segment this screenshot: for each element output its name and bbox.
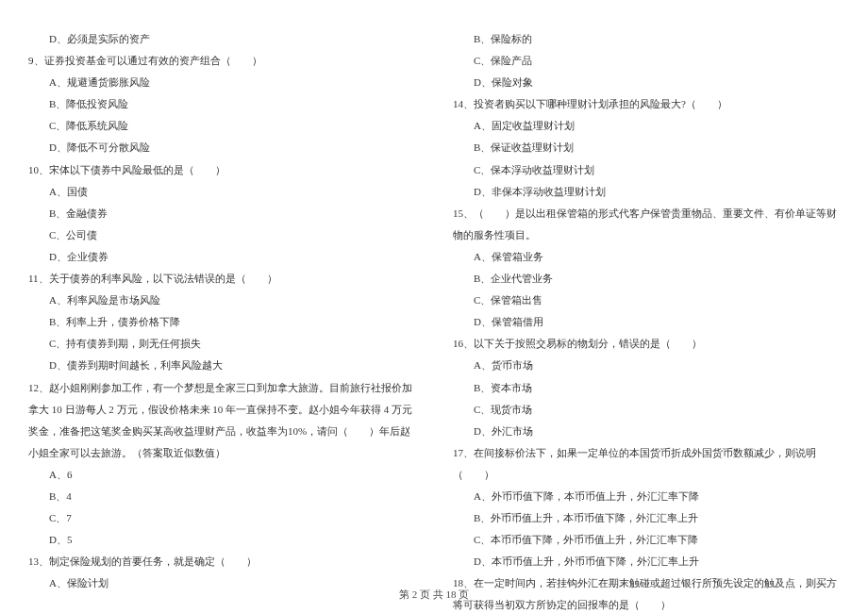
q10-option-d: D、企业债券 [28,246,415,268]
q11-option-a: A、利率风险是市场风险 [28,290,415,311]
q13-option-c: C、保险产品 [453,50,840,72]
q9-stem: 9、证券投资基金可以通过有效的资产组合（ ） [28,50,415,72]
q17-option-c: C、本币币值下降，外币币值上升，外汇汇率下降 [453,529,840,551]
q17-option-b: B、外币币值上升，本币币值下降，外汇汇率上升 [453,507,840,529]
page-footer: 第 2 页 共 18 页 [0,588,868,602]
q14-option-a: A、固定收益理财计划 [453,115,840,137]
q12-option-b: B、4 [28,486,415,507]
q15-option-a: A、保管箱业务 [453,246,840,268]
q15-option-b: B、企业代管业务 [453,268,840,290]
q15-stem: 15、（ ）是以出租保管箱的形式代客户保管贵重物品、重要文件、有价单证等财物的服… [453,203,840,246]
q12-option-a: A、6 [28,464,415,486]
q12-option-d: D、5 [28,529,415,551]
q9-option-a: A、规避通货膨胀风险 [28,72,415,93]
q17-option-d: D、本币币值上升，外币币值下降，外汇汇率上升 [453,551,840,572]
q14-stem: 14、投资者购买以下哪种理财计划承担的风险最大?（ ） [453,93,840,115]
q11-option-d: D、债券到期时间越长，利率风险越大 [28,355,415,376]
q10-stem: 10、宋体以下债券中风险最低的是（ ） [28,159,415,181]
q10-option-a: A、国债 [28,181,415,203]
q14-option-b: B、保证收益理财计划 [453,137,840,158]
q17-stem: 17、在间接标价法下，如果一定单位的本国货币折成外国货币数额减少，则说明（ ） [453,442,840,486]
q9-option-d: D、降低不可分散风险 [28,137,415,158]
q16-option-d: D、外汇市场 [453,421,840,442]
q13-option-d: D、保险对象 [453,72,840,93]
q14-option-c: C、保本浮动收益理财计划 [453,159,840,181]
left-column: D、必须是实际的资产 9、证券投资基金可以通过有效的资产组合（ ） A、规避通货… [28,28,415,575]
q16-option-b: B、资本市场 [453,377,840,399]
q11-option-b: B、利率上升，债券价格下降 [28,311,415,333]
q16-option-c: C、现货市场 [453,399,840,421]
q16-option-a: A、货币市场 [453,355,840,376]
q9-option-b: B、降低投资风险 [28,93,415,115]
q16-stem: 16、以下关于按照交易标的物划分，错误的是（ ） [453,333,840,355]
q12-stem: 12、赵小姐刚刚参加工作，有一个梦想是全家三口到加拿大旅游。目前旅行社报价加拿大… [28,377,415,464]
two-column-layout: D、必须是实际的资产 9、证券投资基金可以通过有效的资产组合（ ） A、规避通货… [28,28,840,575]
q8-option-d: D、必须是实际的资产 [28,28,415,50]
q10-option-c: C、公司债 [28,224,415,246]
q10-option-b: B、金融债券 [28,203,415,224]
q13-stem: 13、制定保险规划的首要任务，就是确定（ ） [28,551,415,572]
q9-option-c: C、降低系统风险 [28,115,415,137]
q15-option-d: D、保管箱借用 [453,311,840,333]
right-column: B、保险标的 C、保险产品 D、保险对象 14、投资者购买以下哪种理财计划承担的… [453,28,840,575]
q11-option-c: C、持有债券到期，则无任何损失 [28,333,415,355]
q12-option-c: C、7 [28,507,415,529]
q11-stem: 11、关于债券的利率风险，以下说法错误的是（ ） [28,268,415,290]
q13-option-b: B、保险标的 [453,28,840,50]
q15-option-c: C、保管箱出售 [453,290,840,311]
q17-option-a: A、外币币值下降，本币币值上升，外汇汇率下降 [453,486,840,507]
q14-option-d: D、非保本浮动收益理财计划 [453,181,840,203]
